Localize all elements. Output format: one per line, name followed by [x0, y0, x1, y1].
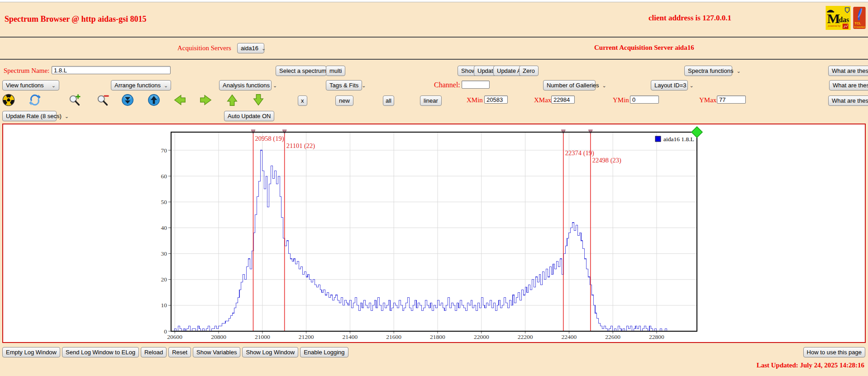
- spectra-functions-dropdown[interactable]: Spectra functions ⌄: [684, 66, 732, 76]
- svg-text:20800: 20800: [211, 333, 226, 340]
- chevron-down-icon: ⌄: [262, 47, 266, 50]
- multi-button[interactable]: multi: [326, 66, 345, 76]
- channel-input[interactable]: [462, 81, 490, 89]
- tcl-powered-logo[interactable]: TCL POWERED: [853, 6, 866, 30]
- arrow-right-icon[interactable]: [199, 93, 213, 107]
- acquisition-server-row: Acquisition Servers aida16 ⌄ Current Acq…: [0, 43, 868, 55]
- svg-text:10: 10: [161, 302, 167, 309]
- acquisition-server-select[interactable]: aida16 ⌄: [237, 43, 264, 53]
- show-variables-button[interactable]: Show Variables: [193, 347, 240, 357]
- arrow-up-icon[interactable]: [225, 93, 239, 107]
- channel-label: Channel:: [434, 81, 460, 89]
- svg-text:22600: 22600: [605, 333, 620, 340]
- svg-text:20: 20: [161, 276, 167, 283]
- svg-text:22400: 22400: [561, 333, 577, 340]
- log-buttons-row: Empty Log Window Send Log Window to ELog…: [2, 347, 348, 357]
- svg-text:50: 50: [161, 199, 167, 205]
- current-acquisition-server: Current Acquisition Server aida16: [594, 44, 694, 52]
- tags-fits-dropdown[interactable]: Tags & Fits ⌄: [326, 80, 362, 90]
- chevron-down-icon: ⌄: [164, 84, 168, 87]
- reset-button[interactable]: Reset: [168, 347, 191, 357]
- last-updated-text: Last Updated: July 24, 2025 14:28:16: [757, 362, 864, 369]
- midas-powered-text: powered by: [827, 24, 840, 27]
- spectrum-plot[interactable]: 2060020800210002120021400216002180022000…: [3, 124, 865, 342]
- chevron-down-icon: ⌄: [273, 84, 277, 87]
- spectrum-name-input[interactable]: [52, 66, 171, 74]
- window-top-strip: [0, 0, 868, 2]
- xmin-label: XMin: [467, 96, 483, 104]
- svg-text:21000: 21000: [255, 333, 270, 340]
- reload-button[interactable]: Reload: [141, 347, 167, 357]
- svg-text:22374 (19): 22374 (19): [565, 149, 594, 157]
- update-rate-row: Update Rate (8 secs) ⌄ Auto Update ON: [0, 110, 868, 122]
- ymin-label: YMin: [613, 96, 629, 104]
- svg-text:21400: 21400: [343, 333, 358, 340]
- view-functions-dropdown[interactable]: View functions ⌄: [2, 80, 59, 90]
- number-of-galleries-dropdown[interactable]: Number of Galleries ⌄: [543, 80, 596, 90]
- svg-text:21101 (22): 21101 (22): [286, 142, 315, 150]
- svg-text:60: 60: [161, 173, 167, 180]
- chevron-down-icon: ⌄: [52, 84, 56, 87]
- send-log-window-to-elog-button[interactable]: Send Log Window to ELog: [62, 347, 139, 357]
- radiation-icon[interactable]: [2, 93, 15, 107]
- linear-button[interactable]: linear: [420, 95, 442, 106]
- chevron-down-icon: ⌄: [362, 84, 366, 87]
- svg-text:40: 40: [161, 224, 167, 231]
- analysis-functions-dropdown[interactable]: Analysis functions ⌄: [219, 80, 272, 90]
- what-are-these-button[interactable]: What are these?: [829, 80, 868, 90]
- new-button[interactable]: new: [335, 95, 353, 106]
- what-are-these-button[interactable]: What are these?: [828, 95, 868, 106]
- tcl-logo-text: TCL: [854, 21, 861, 25]
- what-are-these-button[interactable]: What are these?: [828, 66, 868, 76]
- all-button[interactable]: all: [383, 95, 394, 106]
- xmin-input[interactable]: [484, 95, 508, 104]
- chevron-down-icon: ⌄: [65, 114, 69, 118]
- xmax-input[interactable]: [551, 95, 575, 104]
- arrow-down-icon[interactable]: [252, 93, 265, 107]
- select-spectrum-dropdown[interactable]: Select a spectrum ⌄: [276, 66, 326, 76]
- auto-update-button[interactable]: Auto Update ON: [224, 111, 274, 121]
- svg-text:21600: 21600: [386, 333, 401, 340]
- toolbar-row: x new all linear XMin XMax YMin YMax Wha…: [0, 92, 868, 109]
- midas-logo[interactable]: M idas powered by: [825, 6, 851, 30]
- svg-text:aida16 1.8.L: aida16 1.8.L: [663, 136, 694, 143]
- divider: [0, 37, 868, 38]
- client-address: client address is 127.0.0.1: [649, 14, 731, 23]
- zoom-out-icon[interactable]: [96, 93, 110, 107]
- zero-button[interactable]: Zero: [519, 66, 539, 76]
- spectrum-name-label: Spectrum Name:: [4, 67, 49, 75]
- chevron-down-icon: ⌄: [736, 69, 740, 73]
- arrange-functions-dropdown[interactable]: Arrange functions ⌄: [111, 80, 171, 90]
- svg-text:22200: 22200: [518, 333, 533, 340]
- svg-text:20600: 20600: [167, 333, 182, 340]
- xmax-label: XMax: [534, 96, 551, 104]
- svg-text:22800: 22800: [649, 333, 664, 340]
- svg-text:22000: 22000: [474, 333, 489, 340]
- tcl-powered-text: POWERED: [854, 26, 866, 29]
- ymin-input[interactable]: [630, 95, 659, 104]
- show-log-window-button[interactable]: Show Log Window: [242, 347, 298, 357]
- zoom-in-icon[interactable]: [68, 93, 81, 107]
- enable-logging-button[interactable]: Enable Logging: [300, 347, 348, 357]
- svg-text:21200: 21200: [299, 333, 314, 340]
- svg-text:21800: 21800: [430, 333, 445, 340]
- empty-log-window-button[interactable]: Empty Log Window: [2, 347, 60, 357]
- how-to-use-this-page-button[interactable]: How to use this page: [803, 347, 865, 357]
- update-rate-dropdown[interactable]: Update Rate (8 secs) ⌄: [2, 111, 57, 121]
- arrow-left-icon[interactable]: [173, 93, 186, 107]
- divider: [0, 59, 868, 60]
- collapse-vertical-icon[interactable]: [121, 93, 134, 107]
- ymax-input[interactable]: [717, 95, 746, 104]
- page-title: Spectrum Browser @ http aidas-gsi 8015: [5, 14, 147, 24]
- svg-text:70: 70: [161, 147, 167, 154]
- refresh-icon[interactable]: [28, 93, 42, 107]
- spectrum-chart: 2060020800210002120021400216002180022000…: [2, 124, 866, 343]
- layout-id-dropdown[interactable]: Layout ID=3 ⌄: [651, 80, 688, 90]
- x-button[interactable]: x: [298, 95, 307, 106]
- svg-text:30: 30: [161, 250, 167, 257]
- chevron-down-icon: ⌄: [602, 84, 606, 87]
- ymax-label: YMax: [699, 96, 716, 104]
- expand-vertical-icon[interactable]: [147, 93, 161, 107]
- functions-row: View functions ⌄ Arrange functions ⌄ Ana…: [0, 80, 868, 92]
- svg-text:0: 0: [164, 328, 167, 335]
